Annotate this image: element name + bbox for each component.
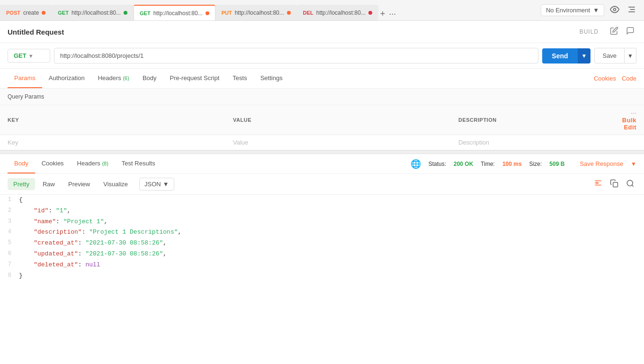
table-row: Key Value Description: [0, 135, 644, 150]
format-select-value: JSON: [144, 181, 161, 188]
settings-icon-button[interactable]: [625, 3, 638, 18]
tab-tests[interactable]: Tests: [226, 69, 253, 88]
tab-settings[interactable]: Settings: [254, 69, 289, 88]
eye-icon-button[interactable]: [608, 3, 621, 18]
method-label-put: PUT: [222, 10, 232, 16]
time-value: 100 ms: [502, 161, 522, 167]
tab-put-update[interactable]: PUT http://localhost:80...: [215, 5, 297, 21]
save-button[interactable]: Save: [594, 48, 625, 64]
add-tab-button[interactable]: +: [378, 7, 387, 21]
method-label-get-detail: GET: [140, 10, 151, 16]
tab-get-detail[interactable]: GET http://localhost:80...: [134, 5, 215, 21]
format-right: [592, 177, 636, 191]
tab-url-get-detail: http://localhost:80...: [153, 10, 203, 17]
tab-dot-get-detail: [206, 11, 209, 15]
tab-url-get-list: http://localhost:80...: [72, 9, 121, 16]
copy-icon-button[interactable]: [608, 177, 620, 191]
format-select[interactable]: JSON ▼: [139, 178, 174, 191]
line-content-5: "created_at": "2021-07-30 08:58:26",: [19, 238, 644, 248]
tab-bar: POST create GET http://localhost:80... G…: [0, 0, 644, 21]
response-tab-cookies[interactable]: Cookies: [35, 154, 71, 173]
tab-body-label: Body: [143, 74, 157, 82]
tab-body[interactable]: Body: [136, 69, 163, 88]
save-response-chevron-icon[interactable]: ▼: [631, 161, 636, 167]
fmt-tab-pretty[interactable]: Pretty: [8, 178, 35, 190]
save-button-group: Save ▼: [594, 48, 636, 64]
params-section: Query Params KEY VALUE DESCRIPTION ··· B…: [0, 89, 644, 150]
params-table: KEY VALUE DESCRIPTION ··· Bulk Edit Key …: [0, 105, 644, 150]
fmt-tab-preview[interactable]: Preview: [63, 178, 96, 190]
method-select[interactable]: GET ▼: [8, 49, 50, 63]
response-tab-headers-label: Headers: [77, 160, 100, 167]
sub-nav-right: Cookies Code: [594, 75, 636, 82]
request-header: Untitled Request BUILD: [0, 21, 644, 43]
column-options-button[interactable]: ···: [631, 109, 636, 117]
json-line-1: 1 {: [0, 195, 644, 206]
size-value: 509 B: [549, 161, 564, 167]
tab-post-create[interactable]: POST create: [0, 5, 52, 21]
line-content-4: "description": "Project 1 Descriptions",: [19, 228, 644, 237]
row-actions-cell: [612, 135, 644, 150]
cookies-link[interactable]: Cookies: [594, 75, 616, 82]
save-dropdown-button[interactable]: ▼: [625, 48, 636, 64]
line-num-4: 4: [0, 228, 19, 237]
tab-tests-label: Tests: [233, 74, 247, 82]
response-tab-cookies-label: Cookies: [42, 160, 64, 167]
key-cell: Key: [0, 135, 225, 150]
response-tab-headers[interactable]: Headers (8): [71, 154, 115, 173]
value-cell: Value: [225, 135, 451, 150]
wrap-icon-button[interactable]: [592, 177, 604, 191]
format-bar: Pretty Raw Preview Visualize JSON ▼: [0, 174, 644, 195]
fmt-tab-raw[interactable]: Raw: [37, 178, 61, 190]
tab-dot-put: [287, 11, 291, 15]
tab-url-put: http://localhost:80...: [235, 9, 284, 16]
top-right-area: No Environment ▼: [541, 3, 644, 18]
edit-icon-button[interactable]: [608, 25, 620, 39]
line-content-2: "id": "1",: [19, 206, 644, 216]
headers-badge: (6): [123, 75, 129, 81]
tab-headers[interactable]: Headers (6): [91, 69, 136, 88]
status-value: 200 OK: [454, 161, 473, 167]
environment-select[interactable]: No Environment ▼: [541, 4, 604, 16]
tab-pre-request-label: Pre-request Script: [170, 74, 220, 82]
request-sub-nav: Params Authorization Headers (6) Body Pr…: [0, 69, 644, 89]
method-label-del: DEL: [303, 10, 313, 16]
response-tab-body-label: Body: [14, 160, 28, 167]
response-tab-body[interactable]: Body: [8, 154, 35, 173]
search-icon-button[interactable]: [624, 177, 636, 191]
json-line-6: 6 "updated_at": "2021-07-30 08:58:26",: [0, 249, 644, 260]
json-view: 1 { 2 "id": "1", 3 "name": "Project 1", …: [0, 195, 644, 364]
value-placeholder: Value: [233, 139, 248, 146]
send-button[interactable]: Send: [542, 48, 577, 64]
url-input[interactable]: [54, 48, 538, 64]
time-label: Time:: [481, 161, 495, 167]
tab-pre-request[interactable]: Pre-request Script: [163, 69, 226, 88]
col-header-key: KEY: [0, 105, 225, 135]
col-header-actions: ··· Bulk Edit: [612, 105, 644, 135]
response-tab-test-results[interactable]: Test Results: [115, 154, 162, 173]
line-num-3: 3: [0, 217, 19, 226]
line-num-2: 2: [0, 206, 19, 215]
method-label-post: POST: [6, 10, 20, 16]
svg-rect-7: [613, 182, 618, 187]
fmt-tab-visualize[interactable]: Visualize: [98, 178, 134, 190]
tab-dot-get-list: [124, 11, 127, 15]
line-num-8: 8: [0, 271, 19, 280]
line-content-3: "name": "Project 1",: [19, 217, 644, 227]
json-line-5: 5 "created_at": "2021-07-30 08:58:26",: [0, 238, 644, 249]
method-chevron-icon: ▼: [28, 53, 34, 59]
bulk-edit-button[interactable]: Bulk Edit: [622, 117, 636, 131]
comment-icon-button[interactable]: [624, 25, 636, 39]
code-link[interactable]: Code: [622, 75, 636, 82]
json-line-7: 7 "deleted_at": null: [0, 260, 644, 271]
format-select-chevron-icon: ▼: [163, 181, 169, 188]
svg-point-0: [614, 8, 616, 10]
tab-del-delete[interactable]: DEL http://localhost:80...: [297, 5, 378, 21]
response-tab-bar: Body Cookies Headers (8) Test Results 🌐 …: [0, 154, 644, 174]
save-response-button[interactable]: Save Response: [580, 160, 623, 167]
more-tabs-button[interactable]: ···: [387, 7, 398, 21]
tab-params[interactable]: Params: [8, 69, 42, 88]
send-dropdown-button[interactable]: ▼: [578, 48, 591, 64]
tab-authorization[interactable]: Authorization: [42, 69, 91, 88]
tab-get-list[interactable]: GET http://localhost:80...: [52, 5, 134, 21]
